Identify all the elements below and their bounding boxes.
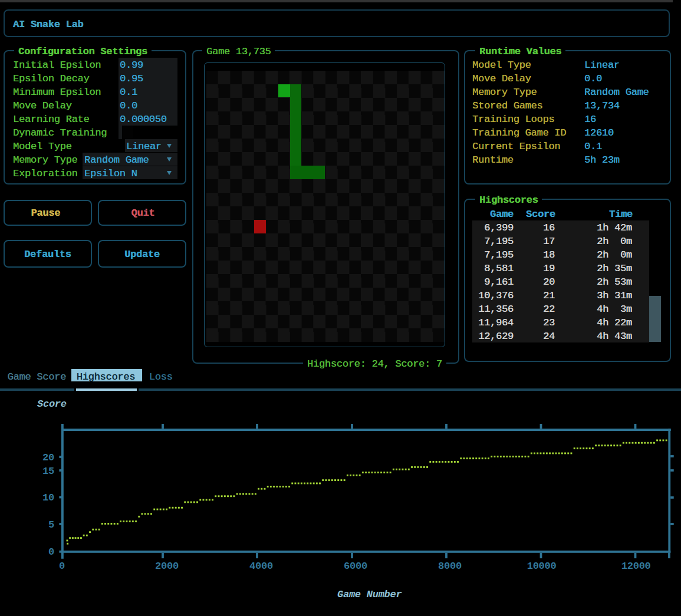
- svg-text:10000: 10000: [527, 561, 557, 572]
- svg-text:5: 5: [48, 519, 54, 531]
- svg-text:12000: 12000: [621, 561, 651, 572]
- svg-text:0: 0: [59, 561, 65, 572]
- svg-text:0: 0: [48, 546, 54, 558]
- svg-text:2000: 2000: [155, 561, 179, 572]
- svg-text:6000: 6000: [344, 561, 367, 572]
- svg-text:Game Number: Game Number: [337, 589, 402, 600]
- svg-text:20: 20: [42, 452, 54, 463]
- svg-text:4000: 4000: [249, 561, 273, 572]
- svg-text:15: 15: [42, 466, 54, 477]
- svg-text:10: 10: [42, 492, 54, 503]
- svg-text:8000: 8000: [438, 561, 462, 572]
- svg-text:Score: Score: [37, 398, 67, 410]
